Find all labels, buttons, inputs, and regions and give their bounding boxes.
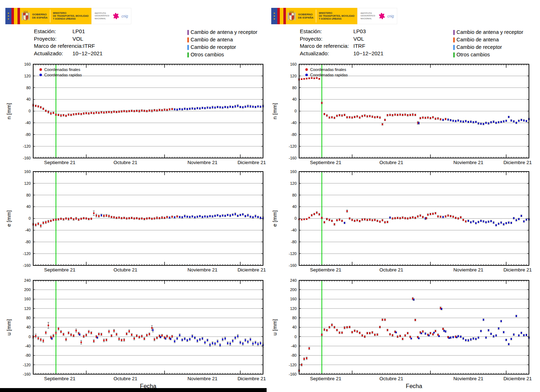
- chart-svg: 16012080400-40-80-120-160Septiembre 21Oc…: [0, 168, 274, 275]
- svg-text:-80: -80: [291, 240, 297, 244]
- estacion-value: LP03: [353, 28, 366, 35]
- svg-text:-40: -40: [291, 121, 297, 125]
- svg-text:Diciembre 21: Diciembre 21: [237, 376, 266, 381]
- svg-text:Octubre 21: Octubre 21: [379, 160, 403, 165]
- marco-label: Marco de referencia:: [34, 42, 83, 50]
- station-panel-lp01: ★ ★ ★ GOBIERNO DE ESPAÑA MINISTERIO DE T…: [0, 0, 274, 392]
- legend-label: Cambio de receptor: [191, 44, 236, 51]
- cnig-text: cnig: [121, 14, 128, 18]
- ign-splash-icon: [378, 12, 386, 20]
- star-icon: ★: [273, 18, 275, 20]
- svg-text:-120: -120: [23, 144, 31, 148]
- svg-text:-160: -160: [289, 372, 297, 376]
- svg-text:240: 240: [290, 278, 297, 282]
- flag-yellow-stripe: [280, 8, 283, 24]
- svg-text:80: 80: [292, 316, 297, 320]
- marco-label: Marco de referencia:: [300, 42, 353, 50]
- svg-text:80: 80: [292, 86, 297, 90]
- svg-text:-80: -80: [25, 353, 31, 357]
- svg-text:u [mm]: u [mm]: [6, 319, 12, 336]
- svg-text:-160: -160: [23, 372, 31, 376]
- ministry-banner: GOBIERNO DE ESPAÑA MINISTERIO DE TRANSPO…: [20, 8, 91, 24]
- svg-text:160: 160: [290, 62, 297, 66]
- coat-of-arms-icon: [287, 10, 296, 22]
- marco-value: ITRF: [353, 42, 365, 50]
- estacion-label: Estación:: [34, 28, 72, 35]
- actualizado-value: 10−12−2021: [72, 50, 102, 57]
- chart-lp03-e: 16012080400-40-80-120-160Septiembre 21Oc…: [266, 168, 540, 275]
- svg-text:240: 240: [24, 278, 31, 282]
- svg-text:40: 40: [292, 325, 297, 329]
- proyecto-label: Proyecto:: [34, 35, 72, 43]
- svg-text:120: 120: [290, 181, 297, 185]
- instituto-text: INSTITUTO GEOGRÁFICO NACIONAL: [360, 12, 375, 20]
- instituto-text: INSTITUTO GEOGRÁFICO NACIONAL: [95, 12, 109, 20]
- svg-text:Octubre 21: Octubre 21: [113, 267, 137, 273]
- svg-text:40: 40: [26, 325, 31, 329]
- svg-text:40: 40: [26, 97, 31, 101]
- svg-text:-120: -120: [289, 363, 297, 367]
- legend-label: Cambio de antena y receptor: [191, 29, 257, 36]
- star-icon: ★: [273, 12, 275, 14]
- antena-receptor-color-bar: [187, 30, 189, 35]
- antena-color-bar: [187, 37, 189, 42]
- svg-text:-120: -120: [289, 144, 297, 148]
- svg-text:-40: -40: [25, 228, 31, 232]
- cnig-text: cnig: [387, 14, 394, 18]
- actualizado-label: Actualizado:: [34, 50, 72, 57]
- flag-red-stripe: [283, 8, 286, 24]
- receptor-color-bar: [453, 45, 455, 50]
- gobierno-logo: ★ ★ ★ GOBIERNO DE ESPAÑA MINISTERIO DE T…: [5, 8, 131, 24]
- svg-text:-40: -40: [25, 344, 31, 348]
- gobierno-logo: ★ ★ ★ GOBIERNO DE ESPAÑA MINISTERIO DE T…: [271, 8, 397, 24]
- svg-text:120: 120: [24, 181, 31, 185]
- bottom-black-bar: [0, 388, 267, 392]
- svg-text:Noviembre 21: Noviembre 21: [187, 376, 217, 381]
- proyecto-label: Proyecto:: [300, 35, 353, 43]
- star-icon: ★: [7, 15, 9, 17]
- proyecto-value: VOL: [72, 35, 83, 43]
- receptor-color-bar: [187, 45, 189, 50]
- event-legend: Cambio de antena y receptor Cambio de an…: [187, 29, 257, 58]
- svg-text:120: 120: [290, 306, 297, 311]
- flag-stars-stripe: ★ ★ ★: [5, 8, 11, 24]
- star-icon: ★: [273, 15, 275, 17]
- star-icon: ★: [7, 18, 9, 20]
- svg-text:0: 0: [294, 109, 297, 113]
- actualizado-value: 10−12−2021: [353, 50, 383, 57]
- chart-lp03-n: 16012080400-40-80-120-160Coordenadas fin…: [266, 61, 540, 168]
- svg-text:Octubre 21: Octubre 21: [379, 376, 403, 381]
- gobierno-text: GOBIERNO DE ESPAÑA: [298, 13, 313, 19]
- svg-text:-80: -80: [291, 353, 297, 357]
- svg-text:80: 80: [26, 86, 31, 90]
- svg-text:80: 80: [26, 316, 31, 320]
- legend-label: Cambio de antena: [456, 36, 499, 44]
- svg-text:200: 200: [290, 287, 297, 292]
- estacion-label: Estación:: [300, 28, 353, 35]
- svg-text:-80: -80: [25, 240, 31, 244]
- svg-text:120: 120: [24, 74, 31, 78]
- svg-text:Octubre 21: Octubre 21: [113, 376, 137, 381]
- antena-color-bar: [453, 37, 455, 42]
- svg-text:Noviembre 21: Noviembre 21: [187, 267, 217, 273]
- legend-label: Otros cambios: [191, 51, 224, 58]
- antena-receptor-color-bar: [453, 30, 455, 35]
- svg-text:-120: -120: [289, 251, 297, 256]
- svg-text:120: 120: [290, 74, 297, 78]
- svg-text:80: 80: [26, 193, 31, 197]
- banner-divider: [316, 10, 316, 23]
- svg-text:160: 160: [290, 297, 297, 301]
- svg-text:-160: -160: [23, 156, 31, 160]
- coat-of-arms-icon: [21, 10, 30, 22]
- svg-text:Noviembre 21: Noviembre 21: [453, 267, 483, 273]
- svg-text:Diciembre 21: Diciembre 21: [237, 267, 266, 273]
- svg-text:Fecha: Fecha: [406, 383, 423, 389]
- ministerio-text: MINISTERIO DE TRANSPORTES, MOVILIDAD Y A…: [53, 12, 89, 20]
- svg-text:0: 0: [29, 335, 31, 339]
- svg-text:Septiembre 21: Septiembre 21: [310, 376, 341, 381]
- chart-svg: 16012080400-40-80-120-160Coordenadas fin…: [0, 61, 274, 168]
- svg-text:Septiembre 21: Septiembre 21: [44, 160, 75, 165]
- station-panel-lp03: ★ ★ ★ GOBIERNO DE ESPAÑA MINISTERIO DE T…: [266, 0, 540, 392]
- ministerio-text: MINISTERIO DE TRANSPORTES, MOVILIDAD Y A…: [319, 12, 354, 20]
- ministry-banner: GOBIERNO DE ESPAÑA MINISTERIO DE TRANSPO…: [286, 8, 357, 24]
